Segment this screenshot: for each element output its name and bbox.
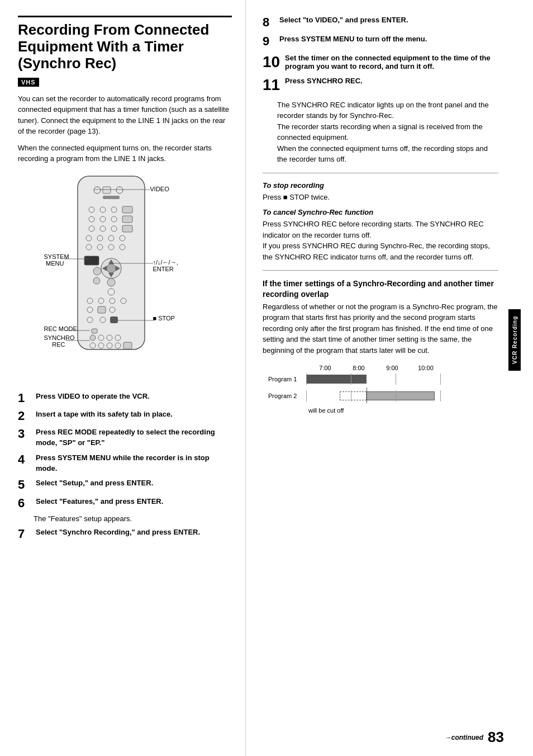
- step-num-11: 11: [263, 77, 283, 94]
- section-cancel-synchro: To cancel Synchro-Rec function Press SYN…: [263, 208, 498, 262]
- step-5: 5 Select "Setup," and press ENTER.: [18, 478, 232, 492]
- step-text-9: Press SYSTEM MENU to turn off the menu.: [279, 35, 427, 43]
- step-1: 1 Press VIDEO to operate the VCR.: [18, 391, 232, 405]
- step-num-10: 10: [263, 54, 283, 71]
- svg-rect-12: [122, 216, 132, 223]
- intro-para-1: You can set the recorder to automaticall…: [18, 93, 232, 137]
- step-num-2: 2: [18, 409, 34, 423]
- svg-rect-25: [84, 256, 99, 265]
- time-label-800: 8:00: [342, 365, 375, 371]
- divider-2: [263, 270, 498, 271]
- svg-point-33: [107, 278, 115, 286]
- section-title-cancel: To cancel Synchro-Rec function: [263, 208, 498, 216]
- label-stop: ■ STOP: [153, 315, 175, 322]
- svg-rect-4: [103, 196, 120, 199]
- section-body-overlap: Regardless of whether or not the program…: [263, 301, 498, 356]
- step-text-10: Set the timer on the connected equipment…: [285, 54, 498, 70]
- step-2: 2 Insert a tape with its safety tab in p…: [18, 409, 232, 423]
- tick-1000: [440, 374, 441, 385]
- step-num-3: 3: [18, 427, 34, 441]
- program2-solid-bar: [367, 391, 435, 400]
- step-11-body: The SYNCHRO REC indicator lights up on t…: [277, 100, 498, 165]
- label-synchro: SYNCHROREC: [44, 334, 65, 348]
- section-body-stop: Press ■ STOP twice.: [263, 192, 498, 203]
- time-label-900: 9:00: [375, 365, 409, 371]
- tick-1000-r2: [440, 390, 441, 401]
- page: Recording From Connected Equipment With …: [0, 0, 533, 756]
- svg-rect-55: [123, 342, 132, 349]
- svg-point-32: [93, 267, 101, 275]
- step-text-11: Press SYNCHRO REC.: [285, 77, 363, 85]
- page-number: 83: [488, 729, 504, 746]
- step-text-7: Select "Synchro Recording," and press EN…: [36, 527, 200, 538]
- step-text-6: Select "Features," and press ENTER.: [36, 497, 163, 507]
- time-label-1000: 10:00: [409, 365, 442, 371]
- left-column: Recording From Connected Equipment With …: [0, 0, 246, 756]
- step-num-4: 4: [18, 453, 34, 466]
- section-title-stop: To stop recording: [263, 181, 498, 190]
- page-title: Recording From Connected Equipment With …: [18, 16, 232, 72]
- step-7: 7 Select "Synchro Recording," and press …: [18, 527, 232, 541]
- step-11: 11 Press SYNCHRO REC.: [263, 77, 498, 94]
- svg-rect-2: [103, 187, 111, 193]
- tick-900: [396, 374, 396, 385]
- program1-bar-area: [306, 374, 440, 385]
- step-3: 3 Press REC MODE repeatedly to select th…: [18, 427, 232, 448]
- divider-1: [263, 173, 498, 173]
- time-label-700: 7:00: [308, 365, 342, 371]
- label-enter-arrow: ↑/↓/←/→,ENTER: [153, 259, 178, 272]
- will-be-cut-label: will be cut off: [308, 407, 498, 414]
- step-text-1: Press VIDEO to operate the VCR.: [36, 391, 150, 402]
- svg-point-27: [107, 264, 116, 273]
- step-6-wrap: 6 Select "Features," and press ENTER. Th…: [18, 497, 232, 523]
- step-num-9: 9: [263, 35, 277, 48]
- tick-700-r2: [306, 390, 307, 401]
- step-text-3: Press REC MODE repeatedly to select the …: [36, 427, 232, 448]
- right-column: 8 Select "to VIDEO," and press ENTER. 9 …: [246, 0, 521, 756]
- step-11-wrap: 11 Press SYNCHRO REC. The SYNCHRO REC in…: [263, 77, 498, 165]
- chart-row-program2: Program 2: [268, 390, 498, 401]
- label-system-menu: SYSTEMMENU: [44, 253, 64, 267]
- section-body-cancel: Press SYNCHRO REC before recording start…: [263, 219, 498, 262]
- step-num-1: 1: [18, 391, 34, 405]
- step-text-8: Select "to VIDEO," and press ENTER.: [279, 16, 408, 24]
- chart-row-program1: Program 1: [268, 374, 498, 385]
- svg-rect-41: [98, 306, 106, 313]
- step-6: 6 Select "Features," and press ENTER.: [18, 497, 232, 510]
- chart-time-labels: 7:00 8:00 9:00 10:00: [308, 365, 498, 371]
- step-10-wrap: 10 Set the timer on the connected equipm…: [263, 54, 498, 71]
- tick-700: [306, 374, 307, 385]
- svg-rect-8: [122, 206, 132, 213]
- section-stop-recording: To stop recording Press ■ STOP twice.: [263, 181, 498, 203]
- continued-text: →continued: [445, 734, 483, 741]
- step-6-sub: The "Features" setup appears.: [34, 514, 232, 523]
- program1-bar: [306, 375, 367, 384]
- step-num-5: 5: [18, 478, 34, 492]
- step-num-7: 7: [18, 527, 34, 541]
- cutoff-line: [367, 388, 367, 403]
- step-num-8: 8: [263, 16, 277, 29]
- tick-900-r2: [396, 390, 396, 401]
- step-9: 9 Press SYSTEM MENU to turn off the menu…: [263, 35, 498, 48]
- step-text-4: Press SYSTEM MENU while the recorder is …: [36, 453, 232, 474]
- step-num-6: 6: [18, 497, 34, 510]
- tick-800-r2: [351, 390, 351, 401]
- step-text-2: Insert a tape with its safety tab in pla…: [36, 409, 173, 420]
- svg-point-34: [93, 277, 100, 284]
- step-text-5: Select "Setup," and press ENTER.: [36, 478, 153, 489]
- program1-label: Program 1: [268, 376, 306, 382]
- side-tab: VCR Recording: [508, 309, 521, 371]
- step-8: 8 Select "to VIDEO," and press ENTER.: [263, 16, 498, 29]
- step-10: 10 Set the timer on the connected equipm…: [263, 54, 498, 71]
- program2-cut-bar: [340, 391, 367, 400]
- section-title-overlap: If the timer settings of a Synchro-Recor…: [263, 278, 498, 299]
- remote-illustration: VIDEO SYSTEMMENU ↑/↓/←/→,ENTER ■ STOP RE…: [18, 173, 232, 386]
- svg-rect-46: [92, 329, 97, 333]
- intro-para-2: When the connected equipment turns on, t…: [18, 143, 232, 164]
- svg-point-47: [90, 335, 96, 341]
- steps-left: 1 Press VIDEO to operate the VCR. 2 Inse…: [18, 391, 232, 541]
- steps-right: 8 Select "to VIDEO," and press ENTER. 9 …: [263, 16, 498, 165]
- step-4: 4 Press SYSTEM MENU while the recorder i…: [18, 453, 232, 474]
- program2-label: Program 2: [268, 393, 306, 399]
- vhs-badge: VHS: [18, 78, 39, 87]
